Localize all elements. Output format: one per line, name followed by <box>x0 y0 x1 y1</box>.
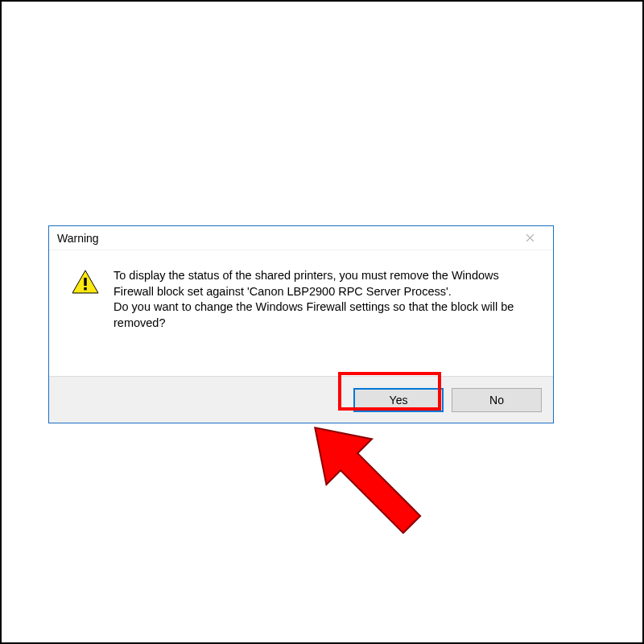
no-button[interactable]: No <box>452 388 542 412</box>
dialog-button-row: Yes No <box>49 376 553 423</box>
close-button[interactable] <box>514 229 545 247</box>
dialog-titlebar: Warning <box>49 226 553 250</box>
warning-dialog: Warning To display the status of the sha… <box>48 225 554 423</box>
svg-rect-3 <box>84 278 86 286</box>
svg-marker-18 <box>292 405 435 547</box>
svg-rect-4 <box>84 287 86 290</box>
warning-icon <box>72 270 107 294</box>
warning-icon-wrap <box>72 268 107 368</box>
dialog-title: Warning <box>57 232 99 245</box>
dialog-message: To display the status of the shared prin… <box>107 268 535 368</box>
dialog-body: To display the status of the shared prin… <box>49 250 553 376</box>
svg-marker-17 <box>308 411 428 539</box>
yes-button[interactable]: Yes <box>353 388 444 412</box>
